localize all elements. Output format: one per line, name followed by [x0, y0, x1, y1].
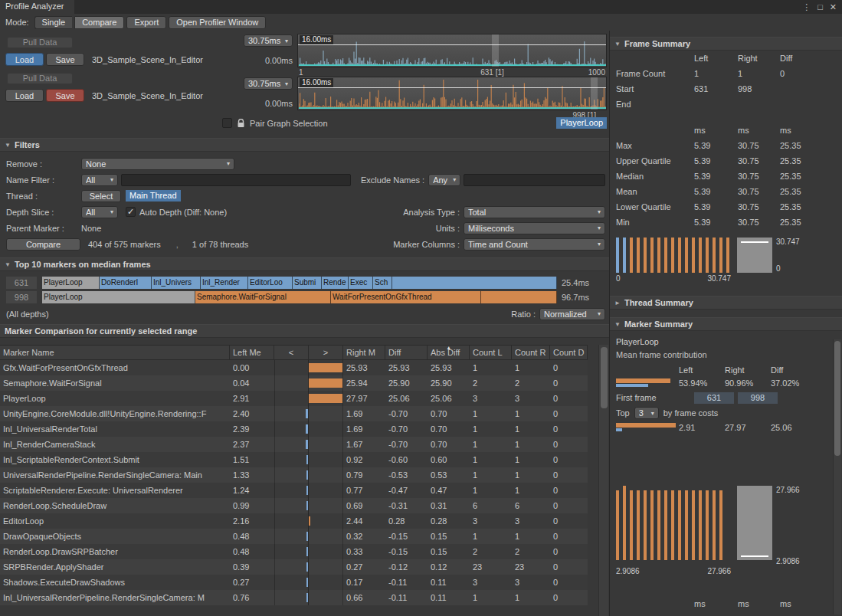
- scrollbar-thumb[interactable]: [834, 341, 840, 456]
- table-row[interactable]: Inl_ScriptableRenderContext.Submit1.510.…: [0, 452, 588, 467]
- first-frame-left-button[interactable]: 631: [694, 392, 734, 404]
- window-tab[interactable]: Profile Analyzer: [0, 0, 74, 14]
- analysis-type-dropdown[interactable]: Total ▾: [464, 206, 605, 218]
- marker-segment[interactable]: EditorLoo: [248, 277, 293, 289]
- count-delta-cell: 0: [550, 590, 588, 605]
- count-delta-cell: 0: [550, 437, 588, 452]
- load-button-right[interactable]: Load: [5, 89, 44, 102]
- table-row[interactable]: UnityEngine.CoreModule.dll!UnityEngine.R…: [0, 406, 588, 421]
- marker-segment[interactable]: [481, 291, 557, 303]
- contribution-left: 53.94%: [679, 378, 725, 388]
- name-filter-input[interactable]: [121, 174, 351, 186]
- table-row[interactable]: UniversalRenderPipeline.RenderSingleCame…: [0, 467, 588, 483]
- marker-segment[interactable]: Inl_Univers: [152, 277, 201, 289]
- marker-segment[interactable]: PlayerLoop: [42, 277, 100, 289]
- frame-summary-header[interactable]: ▼Frame Summary: [610, 37, 842, 51]
- left-median-cell: 2.40: [230, 406, 274, 421]
- mode-single-button[interactable]: Single: [34, 16, 73, 29]
- table-row[interactable]: PlayerLoop2.9127.9725.0625.06330: [0, 391, 588, 406]
- count-right-cell: 3: [512, 575, 550, 590]
- selected-marker-chip[interactable]: PlayerLoop: [556, 117, 607, 129]
- table-row[interactable]: Inl_RenderCameraStack2.371.67-0.700.7011…: [0, 437, 588, 452]
- table-row[interactable]: Inl_UniversalRenderPipeline.RenderSingle…: [0, 590, 588, 605]
- histogram-bar: [637, 490, 640, 560]
- marker-segment[interactable]: Rende: [322, 277, 349, 289]
- table-row[interactable]: SRPBRender.ApplyShader0.390.27-0.120.122…: [0, 559, 588, 575]
- export-button[interactable]: Export: [126, 16, 166, 29]
- column-header-diff[interactable]: Diff: [385, 346, 428, 359]
- column-header-count-delta[interactable]: Count D: [550, 346, 588, 359]
- column-header-right-bar[interactable]: >: [309, 346, 343, 359]
- save-button-right[interactable]: Save: [46, 89, 84, 102]
- units-dropdown[interactable]: Milliseconds ▾: [464, 222, 605, 234]
- marker-segment[interactable]: [392, 277, 557, 289]
- table-row[interactable]: RenderLoop.ScheduleDraw0.990.69-0.310.31…: [0, 498, 588, 513]
- auto-depth-checkbox[interactable]: [126, 207, 136, 217]
- marker-segment[interactable]: Sch: [373, 277, 392, 289]
- filters-header[interactable]: ▼Filters: [0, 138, 609, 152]
- scrollbar-thumb[interactable]: [601, 347, 608, 408]
- table-row[interactable]: DrawOpaqueObjects0.480.32-0.150.15110: [0, 529, 588, 544]
- diff-bar: [306, 578, 308, 587]
- mode-label: Mode:: [5, 18, 29, 27]
- marker-segment[interactable]: DoRenderI: [100, 277, 152, 289]
- marker-segment[interactable]: WaitForPresentOnGfxThread: [331, 291, 481, 303]
- top-count-dropdown[interactable]: 3 ▾: [634, 407, 659, 419]
- kebab-menu-icon[interactable]: ⋮: [802, 2, 811, 12]
- pull-data-button-left[interactable]: Pull Data: [7, 37, 73, 48]
- panel-scrollbar[interactable]: [833, 339, 841, 614]
- column-header-count-right[interactable]: Count R: [512, 346, 550, 359]
- table-row[interactable]: Gfx.WaitForPresentOnGfxThread0.0025.9325…: [0, 360, 588, 375]
- lock-icon[interactable]: [237, 119, 245, 128]
- table-row[interactable]: ScriptableRenderer.Execute: UniversalRen…: [0, 483, 588, 498]
- marker-name-cell: UniversalRenderPipeline.RenderSingleCame…: [0, 467, 230, 483]
- thread-value-chip[interactable]: Main Thread: [126, 190, 181, 202]
- table-row[interactable]: RenderLoop.DrawSRPBatcher0.480.33-0.150.…: [0, 544, 588, 559]
- table-row[interactable]: Shadows.ExecuteDrawShadows0.270.17-0.110…: [0, 575, 588, 590]
- marker-segment[interactable]: Exec: [349, 277, 373, 289]
- column-header-left-bar[interactable]: <: [274, 346, 309, 359]
- column-header-right-median[interactable]: Right M: [343, 346, 385, 359]
- top10-header[interactable]: ▼Top 10 markers on median frames: [0, 257, 609, 271]
- ratio-dropdown[interactable]: Normalized ▾: [539, 308, 605, 320]
- graph-scale-dropdown-top[interactable]: 30.75ms ▾: [244, 34, 293, 47]
- column-header-count-left[interactable]: Count L: [470, 346, 512, 359]
- load-button-left[interactable]: Load: [5, 53, 44, 66]
- save-button-left[interactable]: Save: [46, 53, 84, 66]
- open-profiler-button[interactable]: Open Profiler Window: [169, 16, 266, 29]
- frame-time-graph-left[interactable]: 16.00ms: [297, 34, 607, 67]
- marker-segment[interactable]: Submi: [293, 277, 322, 289]
- table-row[interactable]: Inl_UniversalRenderTotal2.391.69-0.700.7…: [0, 421, 588, 437]
- marker-comparison-table: Marker Name Left Me < > Right M Diff ▲Ab…: [0, 345, 588, 616]
- column-header-marker-name[interactable]: Marker Name: [0, 346, 230, 359]
- table-row[interactable]: Semaphore.WaitForSignal0.0425.9425.9025.…: [0, 375, 588, 391]
- frame-time-graph-right[interactable]: 16.00ms: [297, 77, 607, 110]
- axis-end-label: 1000: [588, 68, 605, 77]
- marker-summary-header[interactable]: ▼Marker Summary: [610, 317, 842, 331]
- marker-columns-dropdown[interactable]: Time and Count ▾: [464, 238, 605, 251]
- table-row[interactable]: EditorLoop2.162.440.280.28330: [0, 513, 588, 529]
- mode-compare-button[interactable]: Compare: [74, 16, 124, 29]
- depth-slice-dropdown[interactable]: All ▾: [81, 206, 118, 218]
- maximize-icon[interactable]: □: [817, 2, 823, 11]
- table-scrollbar[interactable]: [598, 345, 608, 616]
- marker-segment[interactable]: PlayerLoop: [42, 291, 195, 303]
- right-median-cell: 0.32: [343, 529, 385, 544]
- compare-button[interactable]: Compare: [6, 238, 80, 251]
- name-filter-mode-dropdown[interactable]: All ▾: [81, 174, 118, 186]
- column-header-left-median[interactable]: Left Me: [230, 346, 274, 359]
- pull-data-button-right[interactable]: Pull Data: [7, 73, 73, 84]
- count-delta-cell: 0: [550, 406, 588, 421]
- remove-dropdown[interactable]: None ▾: [81, 158, 234, 170]
- graph-scale-dropdown-bottom[interactable]: 30.75ms ▾: [244, 77, 293, 90]
- marker-segment[interactable]: Semaphore.WaitForSignal: [195, 291, 331, 303]
- thread-select-button[interactable]: Select: [81, 190, 121, 202]
- marker-segment[interactable]: Inl_Render: [201, 277, 248, 289]
- exclude-names-input[interactable]: [464, 174, 605, 186]
- first-frame-right-button[interactable]: 998: [738, 392, 778, 404]
- pair-graph-checkbox[interactable]: [222, 118, 232, 128]
- close-icon[interactable]: ✕: [830, 2, 837, 12]
- thread-summary-header[interactable]: ►Thread Summary: [610, 296, 842, 310]
- column-header-abs-diff[interactable]: ▲Abs Diff: [428, 346, 470, 359]
- exclude-mode-dropdown[interactable]: Any ▾: [428, 174, 460, 186]
